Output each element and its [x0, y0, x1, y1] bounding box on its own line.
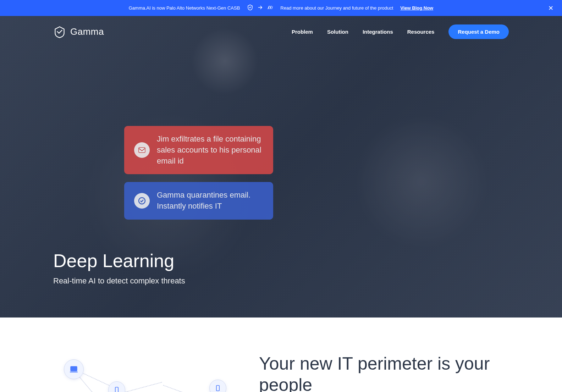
network-edge	[124, 382, 162, 392]
phone-node-icon	[108, 381, 125, 392]
announcement-link[interactable]: View Blog Now	[400, 5, 433, 11]
notification-resolution: Gamma quarantines email. Instantly notif…	[124, 182, 273, 220]
network-diagram	[53, 353, 224, 392]
notification-alert-text: Jim exfiltrates a file containing sales …	[157, 134, 263, 166]
section-perimeter: Your new IT perimeter is your people	[0, 318, 562, 392]
notification-alert: Jim exfiltrates a file containing sales …	[124, 126, 273, 174]
section-content: Your new IT perimeter is your people	[259, 353, 509, 392]
gamma-logo-icon	[53, 26, 66, 38]
svg-rect-2	[71, 366, 77, 371]
announcement-close-button[interactable]: ✕	[548, 4, 553, 12]
navbar: Gamma Problem Solution Integrations Reso…	[0, 16, 562, 48]
request-demo-button[interactable]: Request a Demo	[448, 24, 509, 39]
nav-links: Problem Solution Integrations Resources …	[292, 24, 509, 39]
svg-rect-0	[139, 148, 145, 153]
notification-stack: Jim exfiltrates a file containing sales …	[124, 126, 273, 220]
hero-subtitle: Real-time AI to detect complex threats	[53, 276, 185, 286]
logo[interactable]: Gamma	[53, 26, 104, 38]
nav-link-resources[interactable]: Resources	[407, 29, 435, 35]
notification-resolution-text: Gamma quarantines email. Instantly notif…	[157, 190, 263, 212]
gmail-icon	[134, 142, 150, 158]
phone-node-icon	[209, 380, 226, 392]
palo-alto-icon	[267, 4, 273, 12]
logo-text: Gamma	[70, 26, 104, 37]
svg-rect-4	[216, 386, 219, 391]
hero-title: Deep Learning	[53, 250, 185, 271]
nav-link-solution[interactable]: Solution	[327, 29, 348, 35]
announcement-icons	[247, 4, 273, 12]
announcement-secondary-text: Read more about our Journey and future o…	[280, 5, 393, 11]
hero-headline: Deep Learning Real-time AI to detect com…	[53, 250, 185, 286]
check-shield-icon	[134, 193, 150, 209]
nav-link-problem[interactable]: Problem	[292, 29, 313, 35]
announcement-bar: Gamma.AI is now Palo Alto Networks Next-…	[0, 0, 562, 16]
announcement-primary-text: Gamma.AI is now Palo Alto Networks Next-…	[129, 5, 240, 11]
laptop-node-icon	[64, 359, 84, 379]
section-heading: Your new IT perimeter is your people	[259, 353, 509, 392]
gamma-shield-icon	[247, 4, 253, 12]
nav-link-integrations[interactable]: Integrations	[363, 29, 393, 35]
arrow-right-icon	[257, 4, 263, 12]
close-icon: ✕	[548, 5, 553, 12]
network-edge	[163, 385, 214, 392]
hero-section: Gamma Problem Solution Integrations Reso…	[0, 16, 562, 318]
svg-rect-3	[115, 387, 118, 392]
